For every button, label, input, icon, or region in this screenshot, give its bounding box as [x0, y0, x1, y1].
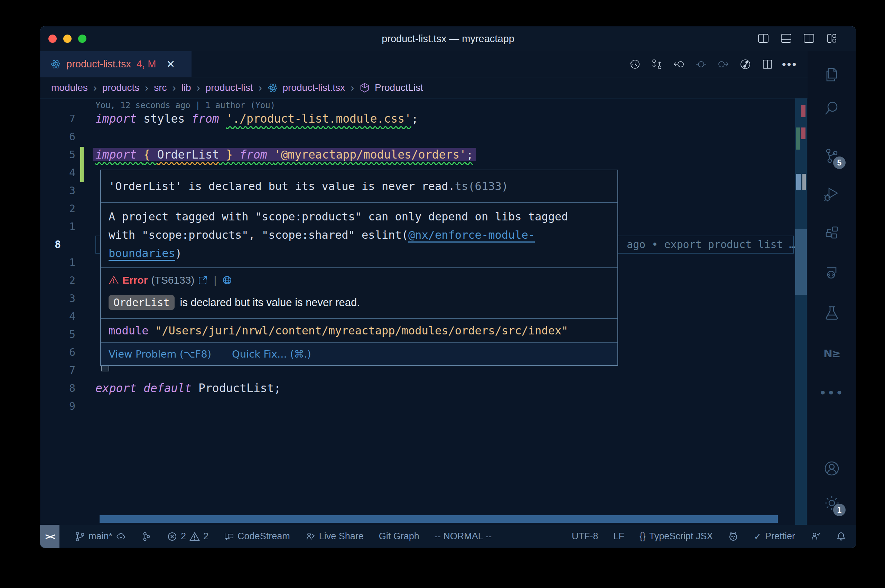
eslint-rule-link[interactable]: @nx/enforce-module- [408, 228, 535, 242]
github-item[interactable] [728, 531, 738, 542]
compare-changes-icon[interactable] [651, 58, 663, 70]
breadcrumb-symbol[interactable]: ProductList [375, 82, 423, 93]
language-mode-item[interactable]: {} TypeScript JSX [640, 531, 713, 542]
vim-mode-indicator[interactable]: -- NORMAL -- [434, 531, 491, 542]
timeline-history-icon[interactable] [628, 58, 641, 70]
account-icon[interactable] [822, 459, 841, 478]
prettier-item[interactable]: ✓ Prettier [754, 531, 795, 542]
quick-fix-action[interactable]: Quick Fix... (⌘.) [232, 348, 311, 360]
extensions-icon[interactable] [822, 224, 841, 243]
error-count: 2 [181, 531, 186, 542]
vertical-scrollbar-slider[interactable] [795, 229, 807, 295]
gitlens-item[interactable] [141, 531, 152, 542]
added-mark [796, 128, 800, 150]
toggle-panel-icon[interactable] [781, 33, 792, 44]
prettier-label: Prettier [765, 531, 795, 542]
symbol-icon [359, 82, 370, 93]
inline-blame-text: ago • export product list … [627, 236, 795, 254]
chevron-right-icon: › [258, 82, 263, 94]
eslint-text-line2: with "scope:products", "scope:shared" es… [108, 228, 408, 242]
selection-mark [796, 174, 801, 190]
hover-message-text: 'OrderList' is declared but its value is… [108, 180, 455, 192]
react-file-icon [51, 59, 61, 69]
settings-gear-icon[interactable]: 1 [822, 494, 841, 513]
eol-item[interactable]: LF [613, 531, 624, 542]
customize-layout-icon[interactable] [826, 33, 837, 44]
code-line-5: import { OrderList } from '@myreactapp/m… [95, 146, 476, 164]
feedback-item[interactable] [810, 531, 821, 542]
error-mark [801, 128, 805, 139]
chevron-right-icon: › [350, 82, 355, 94]
nx-console-icon[interactable]: N≥ [822, 344, 841, 363]
explorer-icon[interactable] [822, 65, 841, 84]
module-path-row: module "/Users/juri/nrwl/content/myreact… [101, 319, 618, 342]
cursor-mark [802, 174, 806, 190]
hover-message-eslint: A project tagged with "scope:products" c… [101, 203, 618, 267]
layout-controls [758, 33, 837, 44]
error-circle-icon [167, 531, 177, 542]
editor-actions: ••• [628, 51, 796, 77]
live-share-icon [305, 531, 316, 542]
source-control-icon[interactable]: 5 [822, 146, 841, 165]
codestream-item[interactable]: CodeStream [224, 531, 290, 542]
breadcrumb-item[interactable]: product-list [206, 82, 253, 93]
more-actions-icon[interactable]: ••• [783, 58, 796, 70]
run-debug-icon[interactable] [822, 184, 841, 204]
live-share-item[interactable]: Live Share [305, 531, 364, 542]
remote-indicator[interactable]: >< [40, 525, 59, 548]
toggle-secondary-sidebar-icon[interactable] [804, 33, 814, 44]
split-editor-icon[interactable] [761, 58, 774, 70]
codestream-label: CodeStream [237, 531, 290, 542]
chevron-right-icon: › [196, 82, 201, 94]
breadcrumb-file[interactable]: product-list.tsx [283, 82, 346, 93]
encoding-item[interactable]: UTF-8 [572, 531, 598, 542]
external-link-icon[interactable] [198, 275, 208, 285]
language-label: TypeScript JSX [649, 531, 713, 542]
globe-icon[interactable] [222, 275, 232, 285]
title-bar: product-list.tsx — myreactapp [40, 26, 856, 51]
problems-item[interactable]: 2 2 [167, 531, 209, 542]
change-dot-icon[interactable] [695, 58, 707, 70]
eslint-close-paren: ) [175, 247, 182, 260]
commit-graph-small-icon [141, 531, 152, 542]
git-added-indicator [80, 147, 84, 182]
codelens-blame[interactable]: You, 12 seconds ago | 1 author (You) [95, 100, 275, 110]
toggle-sidebar-icon[interactable] [758, 33, 769, 44]
git-graph-item[interactable]: Git Graph [379, 531, 419, 542]
notifications-item[interactable] [836, 531, 846, 542]
code-line-export: export default ProductList; [95, 380, 281, 397]
eslint-rule-link[interactable]: boundaries [108, 247, 175, 260]
chevron-right-icon: › [172, 82, 177, 94]
module-keyword: module [108, 324, 155, 337]
commit-graph-icon[interactable] [739, 58, 751, 70]
search-icon[interactable] [822, 99, 841, 118]
close-tab-icon[interactable]: ✕ [166, 58, 175, 70]
hover-message-ts: 'OrderList' is declared but its value is… [101, 170, 618, 202]
breadcrumb-item[interactable]: products [102, 82, 139, 93]
code-editor[interactable]: You, 12 seconds ago | 1 author (You) 765… [40, 99, 808, 525]
tab-product-list[interactable]: product-list.tsx 4, M ✕ [40, 51, 192, 77]
publish-cloud-icon [116, 531, 126, 542]
view-problem-action[interactable]: View Problem (⌥F8) [108, 348, 211, 360]
warning-count: 2 [203, 531, 209, 542]
next-change-icon[interactable] [717, 58, 729, 70]
chevron-right-icon: › [93, 82, 98, 94]
git-graph-label: Git Graph [379, 531, 419, 542]
breadcrumb-item[interactable]: modules [51, 82, 88, 93]
react-file-icon [267, 82, 278, 93]
breadcrumb-item[interactable]: lib [182, 82, 191, 93]
selection-highlight: import { OrderList } from '@myreactapp/m… [93, 148, 476, 161]
more-views-icon[interactable]: ••• [822, 383, 841, 402]
tab-decorations: 4, M [137, 58, 156, 70]
hover-actions-bar: View Problem (⌥F8) Quick Fix... (⌘.) [101, 342, 618, 365]
breadcrumb-item[interactable]: src [154, 82, 167, 93]
error-detail-text: is declared but its value is never read. [180, 296, 360, 309]
tab-label: product-list.tsx [66, 58, 131, 70]
github-icon [728, 531, 738, 542]
git-branch-item[interactable]: main* [75, 531, 126, 542]
overview-ruler[interactable] [795, 99, 807, 525]
remote-explorer-icon[interactable] [822, 262, 841, 282]
previous-change-icon[interactable] [673, 58, 685, 70]
horizontal-scrollbar-slider[interactable] [99, 515, 778, 523]
test-beaker-icon[interactable] [822, 303, 841, 322]
